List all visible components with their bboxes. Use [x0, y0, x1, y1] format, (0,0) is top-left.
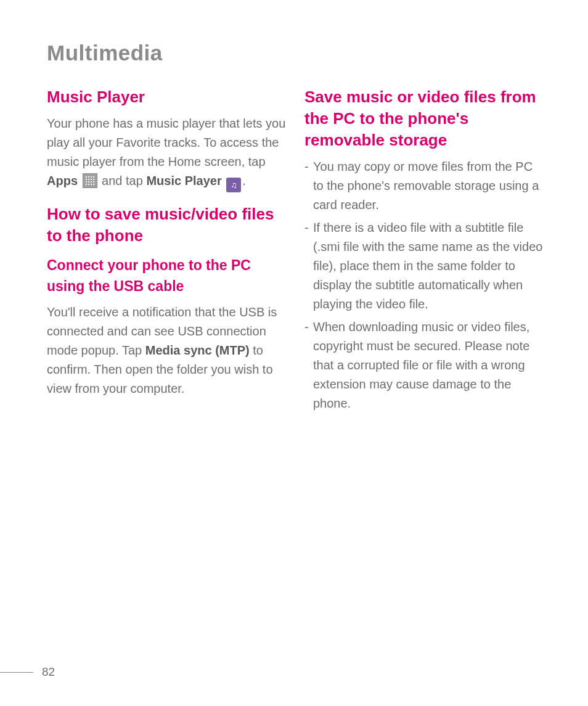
- footer-rule: [0, 672, 33, 673]
- page-number: 82: [42, 665, 55, 679]
- label-apps: Apps: [47, 174, 78, 187]
- content-columns: Music Player Your phone has a music play…: [47, 86, 545, 417]
- left-column: Music Player Your phone has a music play…: [47, 86, 287, 417]
- apps-icon: [83, 173, 97, 188]
- list-item: When downloading music or video files, c…: [304, 318, 545, 413]
- heading-connect-usb: Connect your phone to the PC using the U…: [47, 255, 287, 297]
- text: Your phone has a music player that lets …: [47, 117, 285, 168]
- para-connect-usb: You'll receive a notification that the U…: [47, 303, 287, 398]
- text: .: [242, 174, 246, 187]
- list-save-from-pc: You may copy or move files from the PC t…: [304, 157, 545, 413]
- heading-save-from-pc: Save music or video files from the PC to…: [304, 86, 545, 151]
- music-icon: [226, 178, 241, 192]
- page-footer: 82: [0, 665, 55, 679]
- list-item: If there is a video file with a subtitle…: [304, 218, 545, 314]
- page-title: Multimedia: [47, 41, 545, 65]
- list-item: You may copy or move files from the PC t…: [304, 157, 545, 215]
- right-column: Save music or video files from the PC to…: [304, 86, 545, 417]
- text: and tap: [99, 174, 147, 187]
- heading-music-player: Music Player: [47, 86, 287, 108]
- para-music-player: Your phone has a music player that lets …: [47, 114, 287, 192]
- label-media-sync: Media sync (MTP): [145, 343, 250, 357]
- heading-how-to-save: How to save music/video files to the pho…: [47, 203, 287, 247]
- label-music-player: Music Player: [146, 174, 221, 187]
